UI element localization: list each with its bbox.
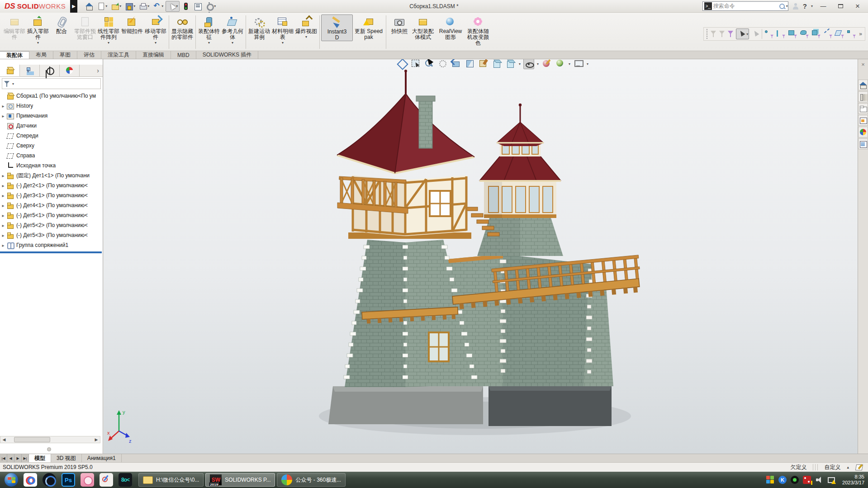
save-caret[interactable]: ▾ [133,4,135,8]
tab-configurations[interactable] [40,65,60,76]
reference-geometry-caret[interactable]: ▾ [232,41,233,45]
taskbar-window-explorer[interactable]: H:\微信公众号\0... [138,473,204,487]
expand-arrow[interactable]: ▸ [0,233,6,238]
media-app-icon[interactable]: 8o< [119,473,132,487]
photoshop-icon[interactable]: Ps [62,473,75,487]
open-button[interactable]: ▾ [109,1,123,12]
ribbon-button-realview[interactable]: RealView图形 [435,14,466,40]
expand-arrow[interactable]: ▸ [0,183,6,188]
meitu-icon[interactable] [81,473,94,487]
tree-filter-box[interactable]: ▾ [2,78,101,89]
tree-item-origin[interactable]: Исходная точка [0,161,103,171]
filter-axes-button[interactable] [823,29,833,38]
search-caret[interactable]: ▾ [786,4,788,8]
hide-show-caret[interactable]: ▾ [537,62,539,66]
tab-assembly[interactable]: 装配体 [0,51,29,59]
ribbon-button-random-colors[interactable]: 装配体随机改变颜色 [466,14,490,46]
print-button[interactable]: ▾ [138,1,151,12]
scroll-thumb[interactable] [14,437,50,442]
insert-component-caret[interactable]: ▾ [37,41,39,45]
apply-scene-caret[interactable]: ▾ [569,62,570,66]
help-caret[interactable]: ▾ [811,4,813,8]
tab-mbd[interactable]: MBD [171,51,196,59]
start-button[interactable] [5,473,18,487]
expand-arrow[interactable]: ▸ [0,223,6,228]
ribbon-button-bom[interactable]: 材料明细表▾ [271,14,294,45]
custom-properties-button[interactable] [858,138,868,149]
filter-solid-bodies-button[interactable] [811,29,821,38]
tab-evaluate[interactable]: 评估 [77,51,101,59]
panel-tabs-expand[interactable]: › [80,65,103,76]
recorder-tray-icon[interactable] [791,476,799,484]
filter-planes-button[interactable] [835,29,844,38]
last-tab-button[interactable]: ▶| [22,454,29,462]
new-document-button[interactable]: ▾ [95,1,109,12]
view-palette-button[interactable] [858,115,868,126]
linear-pattern-caret[interactable]: ▾ [108,41,109,45]
expand-arrow[interactable]: ▸ [0,104,6,109]
tab-animation1[interactable]: Анимация1 [82,454,122,462]
k-app-tray-icon[interactable]: K [778,476,787,484]
task-pane-home-button[interactable] [858,80,868,90]
assembly-3d-model-castle[interactable] [317,68,660,439]
ribbon-button-move-component[interactable]: 移动零部件▾ [144,14,167,45]
first-tab-button[interactable]: |◀ [0,454,7,462]
custom-config-caret[interactable]: ▴ [847,465,849,469]
ribbon-button-insert-component[interactable]: 插入零部件▾ [26,14,50,45]
options-caret[interactable]: ▾ [214,4,216,8]
edit-status-icon[interactable] [855,464,863,471]
minimize-button[interactable]: — [816,2,830,11]
ribbon-button-update-speedpak[interactable]: 更新 Speedpak [353,14,384,40]
next-tab-button[interactable]: ▶ [14,454,22,462]
new-caret[interactable]: ▾ [105,4,107,8]
bom-caret[interactable]: ▾ [282,41,284,45]
view-settings-caret[interactable]: ▾ [587,62,588,66]
save-button[interactable]: ▾ [123,1,137,12]
ribbon-button-exploded-view[interactable]: 爆炸视图▾ [294,14,318,39]
keyshot-icon[interactable] [43,473,56,487]
scroll-right-arrow[interactable]: ▶ [93,437,100,442]
undo-caret[interactable]: ▾ [161,4,163,8]
rollback-bar[interactable] [0,251,102,253]
select-cursor-button[interactable]: ▾ [736,28,749,39]
tree-item-part3[interactable]: ▸(-) Дет3<1> (По умолчанию< [0,190,103,200]
selection-filters-icon[interactable] [727,30,734,38]
tree-item-part2[interactable]: ▸(-) Дет2<1> (По умолчанию< [0,180,103,190]
expand-arrow[interactable]: ▸ [0,243,6,248]
screenshot-tool-icon[interactable] [100,473,113,487]
undo-button[interactable]: ▾ [152,1,165,12]
dice-app-tray-icon[interactable] [803,476,811,484]
tree-item-front-plane[interactable]: Спереди [0,131,103,141]
tab-model[interactable]: 模型 [29,454,51,462]
filter-surfaces-button[interactable] [799,29,809,38]
taskbar-clock[interactable]: 8:35 2023/3/17 [842,474,864,486]
tab-appearances[interactable] [60,65,80,76]
filter-faces-button[interactable] [787,29,797,38]
rebuild-button[interactable] [180,1,191,12]
close-button[interactable]: × [851,2,864,11]
ribbon-button-snapshot[interactable]: 拍快照 [388,14,411,34]
home-button[interactable] [84,1,95,12]
file-explorer-button[interactable] [858,103,868,114]
tree-item-part5-1[interactable]: ▸(-) Дет5<1> (По умолчанию< [0,210,103,220]
filter-vertices-button[interactable] [764,29,774,38]
filter-edges-button[interactable] [776,29,786,38]
file-properties-button[interactable] [192,1,203,12]
graphics-viewport[interactable]: ▾ ▾ ▾ ▾ [104,59,858,454]
ribbon-button-instant3d[interactable]: Instant3D [321,14,353,41]
tab-direct-editing[interactable]: 直接编辑 [136,51,171,59]
ribbon-button-reference-geometry[interactable]: 参考几何体▾ [221,14,244,45]
taskbar-window-solidworks[interactable]: SW2019 SOLIDWORKS P... [205,473,275,487]
menu-expand-button[interactable]: ▶ [70,0,77,13]
search-input[interactable]: 搜索命令 [713,2,778,10]
ribbon-button-mate[interactable]: 配合 [50,14,73,34]
command-search-box[interactable]: >_ 搜索命令 ▾ [702,1,788,11]
task-pane-close[interactable]: × [861,61,865,68]
tree-item-part1[interactable]: ▸(固定) Дет1<1> (По умолчани [0,171,103,180]
expand-arrow[interactable]: ▸ [0,173,6,178]
options-button[interactable]: ▾ [204,1,217,12]
select-caret[interactable]: ▾ [176,4,178,8]
search-icon[interactable] [778,3,786,10]
scroll-left-arrow[interactable]: ◀ [0,437,8,442]
toolbar-grip[interactable] [707,29,708,39]
